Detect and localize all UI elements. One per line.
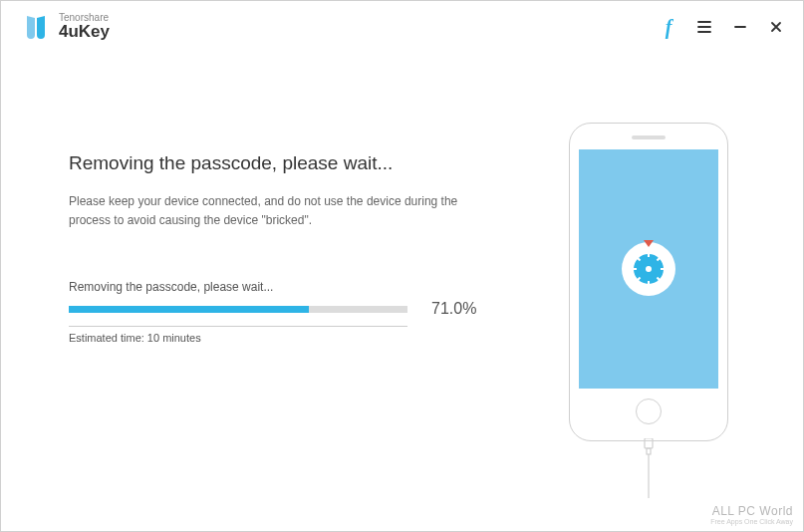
watermark-subtitle: Free Apps One Click Away [710, 518, 793, 525]
svg-rect-0 [645, 438, 653, 448]
phone-speaker-icon [632, 135, 666, 139]
facebook-icon[interactable]: f [660, 18, 677, 36]
right-panel [534, 113, 763, 511]
menu-icon[interactable] [695, 18, 713, 36]
content-area: Removing the passcode, please wait... Pl… [1, 53, 803, 531]
phone-home-button-icon [636, 399, 662, 424]
cable-icon [639, 438, 659, 498]
main-heading: Removing the passcode, please wait... [69, 152, 534, 174]
main-subtext: Please keep your device connected, and d… [69, 192, 487, 230]
progress-percent: 71.0% [431, 300, 476, 318]
progress-label: Removing the passcode, please wait... [69, 280, 507, 294]
left-panel: Removing the passcode, please wait... Pl… [69, 113, 534, 511]
progress-area: Removing the passcode, please wait... 71… [69, 280, 507, 344]
brand: Tenorshare 4uKey [23, 13, 110, 41]
brand-product: 4uKey [59, 23, 110, 41]
titlebar: Tenorshare 4uKey f [1, 1, 803, 53]
progress-fill [69, 306, 309, 313]
watermark-title: ALL PC World [710, 504, 793, 518]
close-icon[interactable] [767, 18, 785, 36]
window-controls: f [660, 18, 785, 36]
app-window: Tenorshare 4uKey f Removing the passcode… [0, 0, 804, 532]
progress-bar [69, 306, 407, 313]
minimize-icon[interactable] [731, 18, 749, 36]
brand-text: Tenorshare 4uKey [59, 13, 110, 41]
watermark: ALL PC World Free Apps One Click Away [710, 504, 793, 525]
estimated-time: Estimated time: 10 minutes [69, 326, 407, 344]
progress-row: 71.0% [69, 300, 507, 318]
dial-icon [622, 242, 675, 296]
phone-screen [579, 149, 718, 389]
brand-logo-icon [23, 13, 49, 41]
svg-rect-1 [647, 448, 651, 454]
phone-illustration [569, 123, 728, 441]
dial-spokes-icon [634, 254, 664, 284]
dial-marker-icon [644, 240, 654, 247]
